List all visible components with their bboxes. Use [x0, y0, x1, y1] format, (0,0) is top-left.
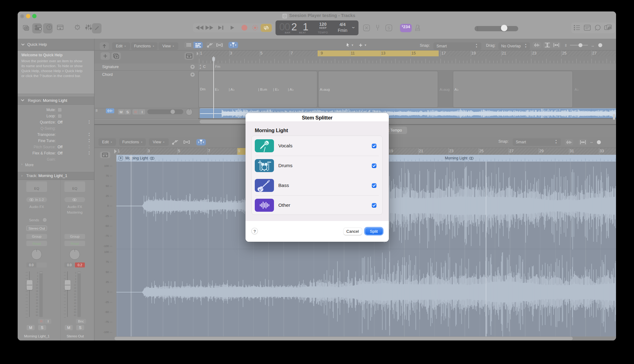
svg-text:▼: ▼ [351, 44, 354, 47]
svg-text:▼: ▼ [364, 44, 367, 47]
svg-text:↔: ↔ [591, 43, 595, 48]
svg-text:S: S [388, 26, 390, 30]
svg-text:⇳: ⇳ [564, 43, 567, 48]
svg-text:?: ? [48, 25, 50, 29]
